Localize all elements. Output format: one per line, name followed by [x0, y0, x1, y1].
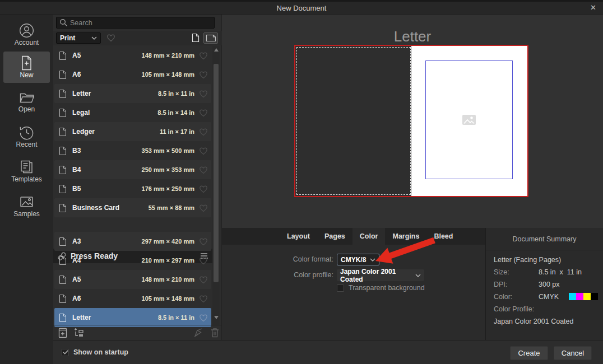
sidebar-item-new[interactable]: New — [3, 52, 50, 83]
show-on-startup-checkbox[interactable] — [62, 349, 69, 356]
preset-row-b3[interactable]: B3 353 mm × 500 mm — [54, 141, 211, 160]
heart-icon[interactable] — [199, 185, 208, 193]
heart-icon[interactable] — [199, 109, 208, 117]
heart-icon[interactable] — [199, 314, 208, 322]
heart-icon[interactable] — [199, 256, 208, 265]
preset-row-a4[interactable]: A4 210 mm × 297 mm — [54, 251, 211, 270]
edit-pen-icon[interactable] — [193, 328, 203, 338]
summary-size-value: 8.5 in x 11 in — [539, 268, 582, 276]
preset-row-a5-press[interactable]: A5 148 mm × 210 mm — [54, 270, 211, 289]
preset-row-letter[interactable]: Letter 8.5 in × 11 in — [54, 84, 211, 103]
preset-row-legal[interactable]: Legal 8.5 in × 14 in — [54, 103, 211, 122]
document-icon — [59, 146, 67, 156]
preset-dims: 250 mm × 353 mm — [142, 166, 194, 173]
preset-row-a5[interactable]: A5 148 mm × 210 mm — [54, 46, 211, 65]
heart-icon[interactable] — [199, 295, 208, 303]
heart-icon[interactable] — [199, 166, 208, 174]
document-icon — [59, 89, 67, 99]
preset-name: A5 — [72, 276, 81, 283]
preset-dims: 210 mm × 297 mm — [142, 257, 194, 264]
new-document-icon — [19, 55, 34, 71]
favorites-filter-heart-icon[interactable] — [106, 34, 115, 44]
preset-row-b5[interactable]: B5 176 mm × 250 mm — [54, 179, 211, 198]
page-spread-preview — [294, 45, 528, 197]
sidebar-item-templates[interactable]: Templates — [3, 156, 50, 187]
preset-row-a3[interactable]: A3 297 mm × 420 mm — [54, 232, 211, 251]
margin-guide — [425, 60, 513, 179]
preset-dims: 105 mm × 148 mm — [142, 295, 194, 302]
color-profile-value: Japan Color 2001 Coated — [340, 268, 415, 283]
preset-name: Letter — [72, 314, 91, 321]
tab-bleed[interactable]: Bleed — [426, 228, 460, 245]
document-summary-panel: Document Summary Letter (Facing Pages) S… — [485, 228, 603, 340]
samples-image-icon — [19, 194, 34, 209]
chevron-down-icon — [370, 258, 375, 262]
cmyk-swatches — [569, 293, 598, 300]
color-format-dropdown[interactable]: CMYK/8 — [337, 254, 379, 265]
heart-icon[interactable] — [199, 128, 208, 136]
summary-profile-label: Color Profile: — [494, 305, 534, 313]
preset-row-a6[interactable]: A6 105 mm × 148 mm — [54, 65, 211, 84]
heart-icon[interactable] — [199, 147, 208, 155]
add-category-icon[interactable] — [73, 328, 85, 338]
document-icon — [59, 165, 67, 175]
sidebar-item-recent[interactable]: Recent — [3, 121, 50, 152]
show-on-startup-row: Show on startup — [62, 348, 128, 356]
sidebar-item-open[interactable]: Open — [3, 86, 50, 117]
document-icon — [59, 51, 67, 60]
scrollbar-thumb[interactable] — [214, 64, 219, 282]
preset-name: B4 — [72, 166, 81, 174]
tab-margins[interactable]: Margins — [385, 228, 426, 245]
create-button[interactable]: Create — [510, 346, 548, 360]
new-document-dialog: New Document ✕ Account New Op — [0, 0, 603, 364]
templates-icon — [19, 160, 34, 175]
preset-row-ledger[interactable]: Ledger 11 in × 17 in — [54, 122, 211, 141]
sidebar-item-samples[interactable]: Samples — [3, 190, 50, 222]
show-on-startup-label: Show on startup — [73, 348, 128, 356]
heart-icon[interactable] — [199, 52, 208, 60]
tab-pages[interactable]: Pages — [317, 228, 352, 245]
sidebar-item-account[interactable]: Account — [3, 19, 50, 50]
facing-page-left — [295, 46, 411, 196]
heart-icon[interactable] — [199, 204, 208, 212]
preset-dims: 148 mm × 210 mm — [142, 276, 194, 283]
preset-list: A5 148 mm × 210 mm A6 105 mm × 148 mm Le… — [53, 46, 222, 325]
cyan-swatch — [569, 293, 576, 300]
tab-layout[interactable]: Layout — [280, 228, 317, 245]
close-icon[interactable]: ✕ — [590, 3, 596, 12]
preset-dims: 105 mm × 148 mm — [142, 71, 194, 78]
portrait-filter-icon[interactable] — [192, 33, 200, 45]
document-icon — [59, 313, 67, 323]
scroll-down-icon[interactable] — [214, 316, 219, 319]
preset-name: B3 — [72, 147, 81, 155]
document-preview: Letter — [222, 15, 603, 228]
recent-clock-icon — [19, 125, 34, 140]
heart-icon[interactable] — [199, 276, 208, 284]
preset-row-b4[interactable]: B4 250 mm × 353 mm — [54, 160, 211, 179]
preset-name: Ledger — [72, 128, 95, 136]
sidebar-item-label: Templates — [3, 175, 50, 187]
category-dropdown[interactable]: Print — [56, 32, 101, 44]
document-icon — [59, 127, 67, 137]
search-input[interactable] — [56, 17, 215, 29]
delete-trash-icon[interactable] — [210, 328, 220, 338]
tab-color[interactable]: Color — [352, 228, 386, 245]
color-settings-panel: Color format: CMYK/8 Color profile: Japa… — [222, 245, 485, 340]
heart-icon[interactable] — [199, 237, 208, 246]
summary-header: Document Summary — [486, 228, 603, 250]
scroll-up-icon[interactable] — [214, 48, 219, 52]
landscape-filter-icon[interactable] — [203, 32, 218, 44]
preset-row-a6-press[interactable]: A6 105 mm × 148 mm — [54, 289, 211, 308]
transparent-background-checkbox[interactable] — [337, 284, 344, 292]
summary-dpi-value: 300 px — [539, 281, 560, 288]
preset-row-letter-press-selected[interactable]: Letter 8.5 in × 11 in — [54, 308, 211, 327]
heart-icon[interactable] — [199, 71, 208, 79]
search-icon — [59, 18, 68, 27]
document-icon — [59, 256, 67, 265]
heart-icon[interactable] — [199, 90, 208, 98]
preset-row-business-card[interactable]: Business Card 55 mm × 88 mm — [54, 198, 211, 217]
cancel-button[interactable]: Cancel — [554, 346, 592, 360]
color-profile-dropdown[interactable]: Japan Color 2001 Coated — [337, 269, 424, 281]
add-preset-icon[interactable] — [58, 328, 68, 338]
sidebar-item-label: Open — [3, 105, 50, 117]
